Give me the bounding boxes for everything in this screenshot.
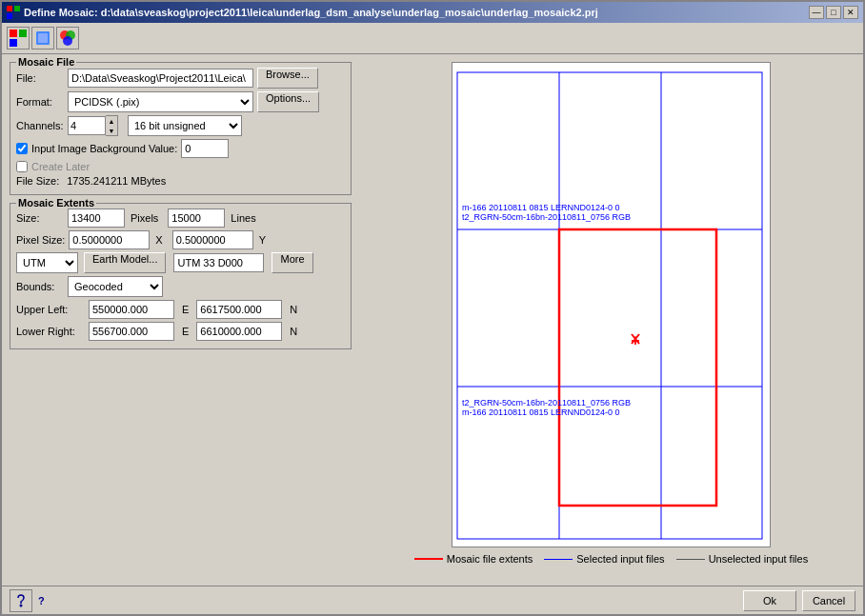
upper-left-n-input[interactable] [196,300,282,319]
channels-label: Channels: [16,120,64,131]
right-panel: + t2_RGRN-50cm-16bn-20110811_0756 RGB m-… [359,54,863,586]
title-bar: Define Mosaic: d:\data\sveaskog\project2… [2,2,863,23]
title-text: Define Mosaic: d:\data\sveaskog\project2… [24,7,598,18]
pixel-size-x-input[interactable] [69,230,150,249]
create-later-row: Create Later [16,161,345,172]
mosaic-file-title: Mosaic File [16,56,76,68]
legend-selected-line [544,559,573,560]
options-button[interactable]: Options... [257,91,319,112]
input-bg-checkbox[interactable] [16,143,28,154]
legend-mosaic-label: Mosaic file extents [447,553,533,565]
svg-text:m-166 20110811 0815 LERNND0124: m-166 20110811 0815 LERNND0124-0 0 [462,203,620,212]
pixel-size-y-input[interactable] [172,230,253,249]
svg-rect-0 [7,6,12,11]
legend-unselected: Unselected input files [676,553,809,565]
lower-right-label: Lower Right: [16,326,85,337]
format-row: Format: PCIDSK (.pix) Options... [16,91,345,112]
bounds-row: Bounds: Geocoded [16,276,345,297]
file-input[interactable] [68,69,253,88]
lower-right-e-input[interactable] [89,322,174,341]
minimize-button[interactable]: — [809,6,824,19]
lower-right-e-label: E [182,326,189,337]
projection-row: UTM Earth Model... More [16,252,345,273]
legend-mosaic: Mosaic file extents [414,553,533,565]
more-button[interactable]: More [272,252,312,273]
toolbar-btn-1[interactable] [7,27,30,50]
title-controls: — □ ✕ [809,6,858,19]
svg-rect-11 [453,63,771,547]
ok-button[interactable]: Ok [743,590,796,611]
svg-rect-7 [38,33,48,43]
mosaic-extents-title: Mosaic Extents [16,197,96,209]
svg-text:m-166 20110811 0815 LERNND0124: m-166 20110811 0815 LERNND0124-0 0 [462,407,620,417]
svg-rect-5 [10,39,17,47]
file-size-label: File Size: [16,175,59,187]
mosaic-extents-group: Mosaic Extents Size: Pixels Lines Pixel … [10,203,352,349]
svg-text:+: + [631,332,639,348]
lines-label: Lines [231,212,255,224]
maximize-button[interactable]: □ [826,6,841,19]
upper-left-e-input[interactable] [89,300,174,319]
main-window: Define Mosaic: d:\data\sveaskog\project2… [0,0,865,616]
channels-up[interactable]: ▲ [106,116,117,126]
upper-left-n-label: N [290,304,297,315]
earth-model-button[interactable]: Earth Model... [84,252,166,273]
pixels-input[interactable] [68,209,125,228]
file-label: File: [16,72,64,84]
toolbar-btn-3[interactable] [56,27,79,50]
cancel-button[interactable]: Cancel [802,590,855,611]
legend-unselected-label: Unselected input files [709,553,809,565]
toolbar-btn-2[interactable] [31,27,54,50]
svg-point-26 [20,604,23,606]
y-label: Y [259,234,266,246]
svg-text:t2_RGRN-50cm-16bn-20110811_075: t2_RGRN-50cm-16bn-20110811_0756 RGB [462,398,631,407]
input-bg-row: Input Image Background Value: [16,139,345,158]
create-later-label: Create Later [31,161,90,172]
format-label: Format: [16,96,64,108]
lower-right-row: Lower Right: E N [16,322,345,341]
legend-unselected-line [676,559,705,560]
svg-text:t2_RGRN-50cm-16bn-20110811_075: t2_RGRN-50cm-16bn-20110811_0756 RGB [462,212,631,222]
upper-left-row: Upper Left: E N [16,300,345,319]
legend-mosaic-line [414,558,443,560]
close-button[interactable]: ✕ [843,6,858,19]
mosaic-file-group: Mosaic File File: Browse... Format: PCID… [10,62,352,195]
help-button[interactable] [10,589,32,612]
utm-input[interactable] [173,253,264,272]
format-select[interactable]: PCIDSK (.pix) [68,91,253,112]
browse-button[interactable]: Browse... [257,68,318,89]
bounds-select[interactable]: Geocoded [68,276,163,297]
file-row: File: Browse... [16,68,345,89]
file-size-row: File Size: 1735.241211 MBytes [16,175,345,187]
file-size-value: 1735.241211 MBytes [67,175,166,187]
svg-point-10 [63,36,72,46]
input-bg-label: Input Image Background Value: [31,143,177,154]
toolbar [2,23,863,54]
channels-input[interactable] [68,116,106,135]
pixel-size-label: Pixel Size: [16,234,65,246]
bit-depth-select[interactable]: 16 bit unsigned [128,115,242,136]
size-label: Size: [16,212,64,224]
window-icon [7,6,20,19]
help-label: ? [38,595,45,606]
content-area: Mosaic File File: Browse... Format: PCID… [2,54,863,586]
lower-right-n-label: N [290,326,297,337]
legend-selected: Selected input files [544,553,664,565]
input-bg-input[interactable] [181,139,229,158]
lines-input[interactable] [168,209,225,228]
bounds-label: Bounds: [16,281,64,292]
projection-select[interactable]: UTM [16,252,78,273]
canvas-area: + t2_RGRN-50cm-16bn-20110811_0756 RGB m-… [452,62,771,547]
legend-area: Mosaic file extents Selected input files… [414,553,808,565]
title-bar-left: Define Mosaic: d:\data\sveaskog\project2… [7,6,598,19]
legend-selected-label: Selected input files [576,553,664,565]
channels-down[interactable]: ▼ [106,126,117,135]
x-label: X [155,234,162,246]
create-later-checkbox[interactable] [16,161,28,172]
svg-rect-25 [11,591,30,610]
size-row: Size: Pixels Lines [16,209,345,228]
bottom-right: Ok Cancel [743,590,855,611]
channels-arrows: ▲ ▼ [106,115,118,136]
bottom-bar: ? Ok Cancel [2,586,863,614]
lower-right-n-input[interactable] [196,322,282,341]
